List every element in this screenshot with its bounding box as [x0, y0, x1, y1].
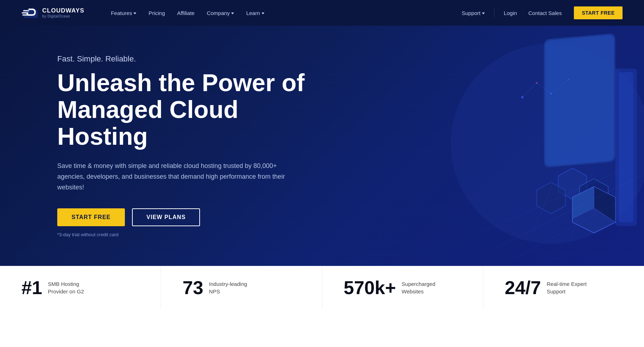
logo-text: CLOUDWAYS by DigitalOcean — [42, 8, 84, 18]
nav-learn[interactable]: Learn — [241, 7, 269, 19]
nav-start-free-button[interactable]: START FREE — [574, 6, 623, 19]
logo-icon — [21, 6, 39, 19]
hero-section: Fast. Simple. Reliable. Unleash the Powe… — [0, 26, 644, 266]
stats-bar: #1 SMB Hosting Provider on G2 73 Industr… — [0, 266, 644, 309]
hero-svg — [372, 26, 644, 262]
stat-item-4: 24/7 Real-time Expert Support — [483, 266, 644, 309]
features-chevron-icon — [133, 13, 136, 14]
nav-support[interactable]: Support — [457, 7, 490, 19]
logo-name: CLOUDWAYS — [42, 8, 84, 14]
nav-divider — [494, 9, 494, 17]
hero-tagline: Fast. Simple. Reliable. — [57, 54, 329, 64]
hero-description: Save time & money with simple and reliab… — [57, 161, 301, 193]
logo-sub: by DigitalOcean — [42, 14, 84, 18]
stat-item-1: #1 SMB Hosting Provider on G2 — [0, 266, 161, 309]
nav-login[interactable]: Login — [499, 7, 522, 19]
navbar: CLOUDWAYS by DigitalOcean Features Prici… — [0, 0, 644, 26]
nav-contact-sales[interactable]: Contact Sales — [523, 7, 567, 19]
nav-links: Features Pricing Affiliate Company Learn — [106, 7, 457, 19]
hero-start-free-button[interactable]: START FREE — [57, 208, 125, 226]
svg-rect-18 — [619, 72, 633, 222]
stat-label-1: SMB Hosting Provider on G2 — [48, 280, 91, 295]
nav-features[interactable]: Features — [106, 7, 141, 19]
hero-title: Unleash the Power of Managed Cloud Hosti… — [57, 69, 329, 149]
hero-view-plans-button[interactable]: VIEW PLANS — [132, 208, 200, 226]
hero-trial-note: *3-day trial without credit card — [57, 232, 329, 237]
nav-right: Support Login Contact Sales START FREE — [457, 6, 623, 19]
support-chevron-icon — [482, 13, 485, 14]
stat-number-3: 570k+ — [344, 278, 396, 297]
hero-buttons: START FREE VIEW PLANS — [57, 208, 329, 226]
company-chevron-icon — [231, 13, 234, 14]
stat-number-1: #1 — [21, 278, 42, 297]
logo-link[interactable]: CLOUDWAYS by DigitalOcean — [21, 6, 84, 19]
hero-content: Fast. Simple. Reliable. Unleash the Powe… — [57, 54, 329, 237]
nav-affiliate[interactable]: Affiliate — [172, 7, 200, 19]
learn-chevron-icon — [262, 13, 264, 14]
hero-illustration — [372, 26, 644, 266]
stat-item-2: 73 Industry-leading NPS — [161, 266, 322, 309]
stat-number-2: 73 — [182, 278, 203, 297]
stat-item-3: 570k+ Supercharged Websites — [322, 266, 483, 309]
stat-label-4: Real-time Expert Support — [547, 280, 590, 295]
nav-pricing[interactable]: Pricing — [143, 7, 170, 19]
stat-label-3: Supercharged Websites — [402, 280, 445, 295]
stat-label-2: Industry-leading NPS — [209, 280, 252, 295]
stat-number-4: 24/7 — [505, 278, 541, 297]
nav-company[interactable]: Company — [202, 7, 239, 19]
svg-rect-5 — [545, 35, 614, 167]
